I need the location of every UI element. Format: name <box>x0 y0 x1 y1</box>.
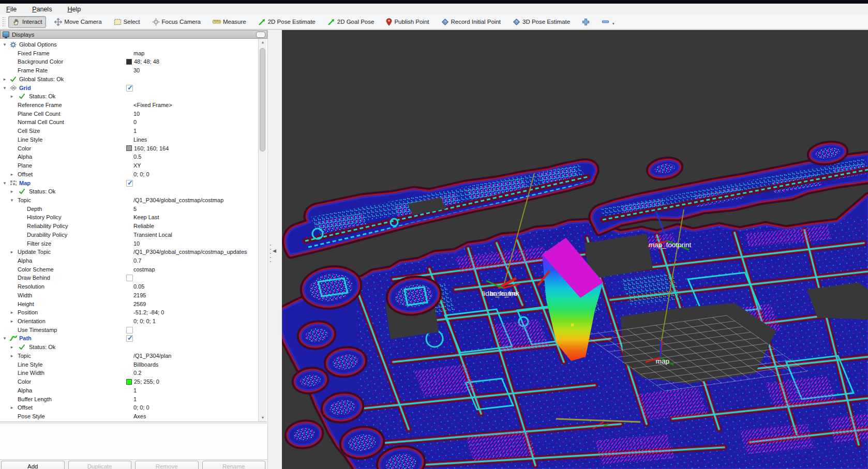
tool-minus-icon[interactable]: ▾ <box>598 18 618 25</box>
scroll-up-icon[interactable]: ▲ <box>259 39 267 46</box>
row-value[interactable]: /Q1_P304/global_costmap/costmap <box>126 197 223 203</box>
row-value[interactable]: 160; 160; 164 <box>126 145 169 152</box>
tree-row-width[interactable]: Width2195 <box>0 292 258 300</box>
row-value[interactable]: 0.2 <box>126 370 141 376</box>
add-button[interactable]: Add <box>1 461 65 469</box>
tree-scrollbar[interactable]: ▲ ▼ <box>258 39 266 421</box>
tree-row-status-ok[interactable]: ▸Status: Ok <box>0 343 258 352</box>
row-value[interactable]: 2569 <box>126 301 146 307</box>
expander-open-icon[interactable]: ▾ <box>9 198 15 203</box>
tree-row-alpha[interactable]: Alpha0.7 <box>0 257 258 266</box>
checkbox-unchecked[interactable] <box>126 327 133 334</box>
expander-closed-icon[interactable]: ▸ <box>2 77 8 82</box>
tool-2d-pose-estimate[interactable]: 2D Pose Estimate <box>255 17 319 27</box>
expander-closed-icon[interactable]: ▸ <box>9 405 15 410</box>
row-value[interactable]: 10 <box>126 240 140 247</box>
row-value[interactable] <box>126 327 133 334</box>
row-value[interactable]: costmap <box>126 266 155 273</box>
row-value[interactable]: /Q1_P304/global_costmap/costmap_updates <box>126 249 247 255</box>
tool-publish-point[interactable]: Publish Point <box>382 17 432 27</box>
row-value[interactable]: <Fixed Frame> <box>126 102 172 108</box>
tree-row-color-scheme[interactable]: Color Schemecostmap <box>0 266 258 275</box>
tree-row-grid[interactable]: ▾Grid <box>0 84 258 93</box>
toolbar-drag-handle[interactable] <box>2 17 5 27</box>
expander-open-icon[interactable]: ▾ <box>2 180 8 186</box>
row-value[interactable]: Reliable <box>126 223 154 229</box>
row-value[interactable]: Lines <box>126 137 147 143</box>
row-value[interactable]: 0.7 <box>126 258 141 264</box>
tree-row-frame-rate[interactable]: Frame Rate30 <box>0 67 258 75</box>
expander-open-icon[interactable]: ▾ <box>2 42 8 47</box>
tree-row-reliability-policy[interactable]: Reliability PolicyReliable <box>0 222 258 231</box>
expander-closed-icon[interactable]: ▸ <box>9 249 15 254</box>
row-value[interactable]: /Q1_P304/plan <box>126 353 171 359</box>
row-value[interactable]: 2195 <box>126 292 146 298</box>
panel-float-button[interactable] <box>256 32 265 38</box>
scroll-down-icon[interactable]: ▼ <box>259 414 267 421</box>
tree-row-filter-size[interactable]: Filter size10 <box>0 240 258 249</box>
tree-row-line-style[interactable]: Line StyleLines <box>0 136 258 145</box>
menu-panels[interactable]: Panels <box>30 5 54 13</box>
row-value[interactable]: 30 <box>126 67 140 73</box>
tool-select[interactable]: Select <box>110 17 144 27</box>
checkbox-checked[interactable] <box>126 335 133 342</box>
tree-row-map[interactable]: ▾Map <box>0 179 258 188</box>
row-value[interactable]: Billboards <box>126 361 158 368</box>
expander-closed-icon[interactable]: ▸ <box>9 94 15 99</box>
splitter-collapse-icon[interactable]: ◀ <box>273 248 276 253</box>
scrollbar-thumb[interactable] <box>260 48 265 152</box>
tree-row-plane[interactable]: PlaneXY <box>0 162 258 171</box>
row-value[interactable] <box>126 275 133 281</box>
tree-row-depth[interactable]: Depth5 <box>0 205 258 214</box>
row-value[interactable] <box>126 335 133 342</box>
tree-row-background-color[interactable]: Background Color48; 48; 48 <box>0 58 258 67</box>
row-value[interactable]: 0.5 <box>126 154 141 160</box>
expander-closed-icon[interactable]: ▸ <box>9 189 15 194</box>
tree-row-status-ok[interactable]: ▸Status: Ok <box>0 188 258 196</box>
row-value[interactable]: 48; 48; 48 <box>126 58 159 65</box>
tree-row-path[interactable]: ▾Path <box>0 335 258 343</box>
tool-2d-goal-pose[interactable]: 2D Goal Pose <box>324 17 378 27</box>
tool-measure[interactable]: Measure <box>209 17 250 26</box>
expander-closed-icon[interactable]: ▸ <box>9 310 15 315</box>
tree-row-topic[interactable]: ▾Topic/Q1_P304/global_costmap/costmap <box>0 196 258 205</box>
tree-row-color[interactable]: Color160; 160; 164 <box>0 145 258 154</box>
row-value[interactable]: Axes <box>126 413 146 419</box>
3d-viewport[interactable]: map_footprint lidar_frame base_link map <box>282 30 868 469</box>
tool-interact[interactable]: Interact <box>8 16 46 28</box>
tool-record-initial-point[interactable]: Record Initial Point <box>438 17 505 27</box>
row-value[interactable] <box>126 180 133 187</box>
tree-row-cell-size[interactable]: Cell Size1 <box>0 127 258 136</box>
row-value[interactable]: 0.05 <box>126 283 144 290</box>
expander-open-icon[interactable]: ▾ <box>2 336 8 341</box>
tree-row-topic[interactable]: ▸Topic/Q1_P304/plan <box>0 352 258 361</box>
row-value[interactable]: 1 <box>126 387 137 394</box>
row-value[interactable]: -51.2; -84; 0 <box>126 309 164 315</box>
tree-row-resolution[interactable]: Resolution0.05 <box>0 283 258 292</box>
tree-row-line-width[interactable]: Line Width0.2 <box>0 369 258 378</box>
checkbox-checked[interactable] <box>126 85 133 92</box>
checkbox-checked[interactable] <box>126 180 133 187</box>
row-value[interactable]: 10 <box>126 111 140 117</box>
tree-row-plane-cell-count[interactable]: Plane Cell Count10 <box>0 110 258 119</box>
dropdown-caret-icon[interactable]: ▾ <box>612 22 615 26</box>
row-value[interactable]: map <box>126 50 144 56</box>
checkbox-unchecked[interactable] <box>126 275 133 281</box>
tool-focus-camera[interactable]: Focus Camera <box>148 17 204 27</box>
menu-help[interactable]: Help <box>65 5 83 13</box>
tree-row-history-policy[interactable]: History PolicyKeep Last <box>0 214 258 222</box>
tree-row-alpha[interactable]: Alpha0.5 <box>0 153 258 162</box>
tree-row-orientation[interactable]: ▸Orientation0; 0; 0; 1 <box>0 317 258 326</box>
tree-row-alpha[interactable]: Alpha1 <box>0 387 258 396</box>
tree-row-height[interactable]: Height2569 <box>0 300 258 309</box>
tree-row-reference-frame[interactable]: Reference Frame<Fixed Frame> <box>0 101 258 110</box>
tree-row-use-timestamp[interactable]: Use Timestamp <box>0 326 258 335</box>
tree-row-line-style[interactable]: Line StyleBillboards <box>0 361 258 370</box>
tool-3d-pose-estimate[interactable]: 3D Pose Estimate <box>509 17 574 27</box>
tree-row-draw-behind[interactable]: Draw Behind <box>0 274 258 283</box>
row-value[interactable]: 5 <box>126 206 137 212</box>
tree-row-buffer-length[interactable]: Buffer Length1 <box>0 396 258 404</box>
row-value[interactable]: Transient Local <box>126 232 172 238</box>
row-value[interactable]: Keep Last <box>126 214 159 220</box>
row-value[interactable]: 0; 0; 0 <box>126 171 149 177</box>
